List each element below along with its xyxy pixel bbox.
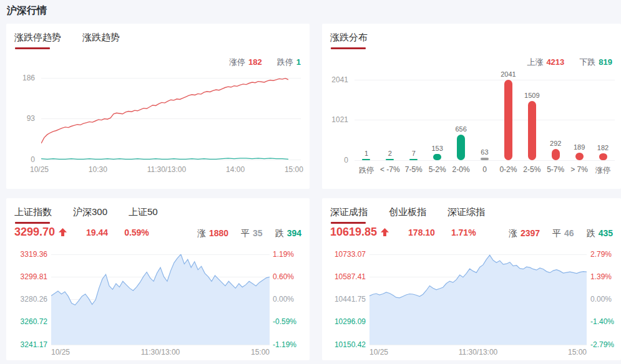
arrow-up-icon	[380, 228, 389, 237]
series-line	[41, 79, 288, 143]
y-tick-left: 3280.26	[6, 295, 47, 304]
distribution-tabs: 涨跌分布	[330, 32, 368, 49]
bar-value-label: 292	[550, 140, 561, 147]
bar[interactable]	[362, 159, 370, 160]
tab-sh-composite[interactable]: 上证指数	[14, 206, 52, 224]
y-tick: 186	[6, 74, 35, 82]
bar-category-label: 0	[473, 165, 497, 176]
bar[interactable]	[409, 159, 418, 160]
bar[interactable]	[481, 158, 489, 160]
bar-value-label: 2041	[501, 70, 516, 78]
bar[interactable]	[433, 154, 441, 160]
y-tick: 1021	[322, 115, 348, 124]
limit-trend-line-chart[interactable]	[41, 78, 288, 160]
sz-index-quote: 10619.85 178.10 1.71%	[330, 226, 476, 239]
index-change-pct: 1.71%	[451, 228, 476, 237]
legend-label: 涨停	[229, 57, 245, 67]
bar-category-label: < -7%	[378, 165, 402, 176]
x-tick: 15:00	[568, 348, 587, 357]
y-tick-left: 3319.36	[6, 250, 47, 259]
stat-value: 46	[564, 228, 574, 238]
bar[interactable]	[504, 80, 512, 160]
bar-slot: 189	[567, 143, 591, 160]
index-change: 19.44	[86, 228, 108, 237]
y-tick-right: -1.40%	[590, 317, 614, 326]
bar[interactable]	[528, 101, 536, 160]
distribution-bar-chart[interactable]: 1271536566320411509292189182	[355, 67, 615, 160]
stat-unchanged: 平35	[241, 228, 263, 239]
y-tick-right: 1.39%	[590, 272, 612, 281]
y-tick-right: 0.00%	[273, 295, 294, 304]
index-price: 10619.85	[330, 226, 377, 239]
stat-label: 涨	[197, 228, 206, 238]
stat-advancers: 涨1880	[197, 228, 228, 239]
bar-category-label: 2-0%	[449, 165, 473, 176]
bar-slot: 2041	[496, 70, 520, 160]
bar[interactable]	[552, 149, 560, 160]
stat-label: 平	[241, 228, 250, 238]
tab-distribution[interactable]: 涨跌分布	[330, 32, 368, 49]
x-tick: 10/25	[30, 165, 49, 174]
y-tick-right: 0.60%	[273, 272, 294, 281]
tab-limit-trend[interactable]: 涨跌停趋势	[14, 32, 61, 49]
bar-category-label: 0-2%	[496, 165, 520, 176]
bar-category-label: 跌停	[355, 165, 378, 176]
stat-value: 394	[287, 228, 301, 238]
stat-value: 35	[253, 228, 263, 238]
bar-slot: 1509	[520, 92, 544, 160]
bar-slot: 7	[402, 150, 426, 160]
tab-sz-composite[interactable]: 深证综指	[447, 206, 485, 224]
bar-slot: 292	[544, 140, 567, 160]
y-tick-right: -2.79%	[590, 340, 614, 349]
bar-value-label: 656	[455, 125, 466, 133]
legend-value: 1	[296, 57, 301, 67]
tab-chinext[interactable]: 创业板指	[389, 206, 426, 224]
bar[interactable]	[599, 153, 607, 161]
series-line	[41, 158, 288, 159]
bar-slot: 2	[378, 150, 402, 160]
y-tick: 0	[322, 156, 348, 165]
stat-value: 2397	[521, 228, 540, 238]
bar-value-label: 189	[574, 143, 585, 151]
stat-label: 涨	[509, 228, 517, 238]
index-price: 3299.70	[14, 226, 55, 239]
y-tick-left: 3299.81	[6, 272, 47, 281]
index-change: 178.10	[408, 228, 435, 237]
gridline	[355, 160, 615, 161]
panel-sz-index: 深证成指 创业板指 深证综指 10619.85 178.10 1.71% 涨23…	[322, 198, 621, 360]
stat-label: 平	[552, 228, 561, 238]
gridline	[51, 345, 270, 345]
stat-decliners: 跌435	[587, 228, 613, 239]
bar-value-label: 1509	[524, 92, 539, 99]
tab-csi300[interactable]: 沪深300	[73, 206, 107, 224]
page-title: 沪深行情	[7, 4, 47, 17]
legend-item-limit-down: 跌停1	[277, 57, 301, 68]
bar[interactable]	[386, 159, 394, 160]
distribution-legend: 上涨4213 下跌819	[527, 57, 612, 68]
gridline	[369, 345, 587, 345]
sh-index-area-chart[interactable]	[51, 254, 270, 345]
legend-item-limit-up: 涨停182	[229, 57, 262, 68]
tab-sz-component[interactable]: 深证成指	[330, 206, 368, 224]
legend-label: 下跌	[579, 57, 595, 67]
y-tick: 93	[6, 114, 35, 123]
sh-index-quote: 3299.70 19.44 0.59%	[14, 226, 149, 239]
bar[interactable]	[575, 153, 584, 160]
stat-advancers: 涨2397	[509, 228, 540, 239]
stat-label: 跌	[587, 228, 595, 238]
bar[interactable]	[457, 135, 465, 160]
y-tick-right: 2.79%	[590, 250, 612, 259]
y-tick-left: 3260.72	[6, 317, 47, 326]
y-tick: 2041	[322, 75, 348, 84]
bar-category-label: 7-5%	[402, 165, 426, 176]
arrow-up-icon	[58, 228, 67, 237]
sz-index-area-chart[interactable]	[369, 254, 587, 345]
tab-sse50[interactable]: 上证50	[129, 206, 158, 224]
bar-slot: 182	[591, 144, 615, 161]
x-tick: 10:30	[89, 165, 107, 174]
distribution-categories: 跌停< -7%7-5%5-2%2-0%00-2%2-5%5-7%> 7%涨停	[355, 165, 615, 176]
sz-index-tabs: 深证成指 创业板指 深证综指	[330, 206, 485, 224]
bar-slot: 656	[449, 125, 473, 160]
tab-updown-trend[interactable]: 涨跌趋势	[82, 32, 120, 49]
x-tick: 11:30/13:00	[147, 165, 187, 174]
